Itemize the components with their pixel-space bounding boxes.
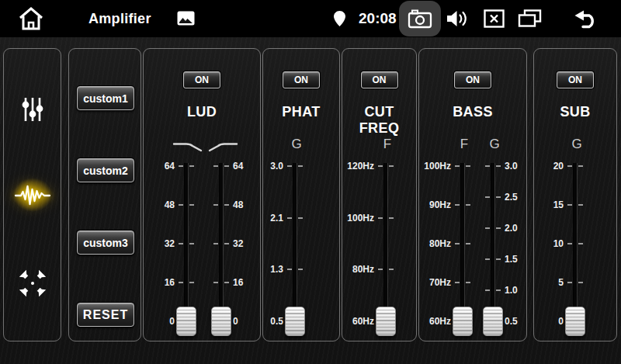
home-button[interactable] xyxy=(17,6,45,31)
bass-on-button[interactable]: ON xyxy=(454,71,491,88)
tick-dash xyxy=(485,165,490,167)
tick-dash xyxy=(389,217,394,219)
cut-freq-slider-knob[interactable] xyxy=(376,307,396,336)
channel-sub: ONSUBG20151050 xyxy=(533,48,617,341)
bass-slider-f-label: F xyxy=(460,137,468,152)
tick-dash xyxy=(224,243,229,244)
bass-slider-knob[interactable] xyxy=(453,307,473,336)
bass-scale-label: 100Hz xyxy=(411,161,451,172)
sub-scale-label: 20 xyxy=(523,161,564,172)
cut-freq-scale-label: 80Hz xyxy=(334,264,374,275)
lud-slider-track[interactable] xyxy=(220,163,223,324)
lud-slider-knob[interactable] xyxy=(211,307,231,336)
tick-dash xyxy=(578,243,583,244)
cut-freq-on-button[interactable]: ON xyxy=(361,71,398,88)
tick-dash xyxy=(213,165,218,167)
recent-apps-icon xyxy=(518,9,542,28)
bass-scale-label: 60Hz xyxy=(411,316,451,327)
preset-custom2-button[interactable]: custom2 xyxy=(77,158,134,182)
channel-phat: ONPHATG3.02.11.30.5 xyxy=(262,48,340,341)
bass-slider-knob[interactable] xyxy=(483,307,503,336)
wallpaper-button[interactable] xyxy=(177,11,195,26)
phat-slider-g-label: G xyxy=(291,137,301,152)
cut-freq-slider-track[interactable] xyxy=(384,163,387,324)
amplifier-content: custom1 custom2 custom3 RESET ONLUD64483… xyxy=(0,37,621,364)
volume-icon xyxy=(446,9,469,29)
sub-scale-label: 15 xyxy=(523,199,564,210)
tick-dash xyxy=(224,204,229,206)
gps-button[interactable] xyxy=(333,10,346,27)
sidebar-item-speaker-balance[interactable] xyxy=(4,268,61,299)
phat-on-button[interactable]: ON xyxy=(283,71,320,88)
status-bar: Amplifier 20:08 xyxy=(0,0,621,37)
close-app-button[interactable] xyxy=(484,9,505,28)
recent-apps-button[interactable] xyxy=(518,9,542,28)
lud-on-button[interactable]: ON xyxy=(183,71,220,88)
back-button[interactable] xyxy=(571,9,599,29)
camera-button[interactable] xyxy=(399,1,441,36)
phat-scale-label: 0.5 xyxy=(243,316,283,327)
tick-dash xyxy=(189,204,194,206)
lud-scale-label: 32 xyxy=(134,238,175,249)
tick-dash xyxy=(378,217,383,219)
close-box-icon xyxy=(484,9,505,28)
tick-dash xyxy=(213,204,218,206)
tick-dash xyxy=(578,282,583,283)
tick-dash xyxy=(485,196,490,198)
tick-dash xyxy=(224,165,229,167)
preset-custom3-button[interactable]: custom3 xyxy=(77,231,134,255)
image-icon xyxy=(177,11,195,26)
sub-on-button[interactable]: ON xyxy=(557,71,594,88)
tick-dash xyxy=(378,269,383,270)
cut-freq-scale-label: 120Hz xyxy=(334,161,374,172)
lud-title: LUD xyxy=(144,104,260,120)
sub-slider-track[interactable] xyxy=(574,163,577,324)
sub-scale-label: 5 xyxy=(523,277,564,288)
tick-dash xyxy=(455,282,460,283)
tick-dash xyxy=(496,289,501,291)
tick-dash xyxy=(179,165,183,167)
sidebar-item-sound-effects[interactable] xyxy=(4,178,61,212)
phat-title: PHAT xyxy=(263,104,339,120)
sub-slider-knob[interactable] xyxy=(565,307,585,336)
bass-slider-track[interactable] xyxy=(491,163,494,324)
tick-dash xyxy=(455,165,460,167)
bass-scale-label: 90Hz xyxy=(411,199,451,210)
preset-custom1-button[interactable]: custom1 xyxy=(77,86,134,110)
page-title: Amplifier xyxy=(88,0,151,37)
tick-dash xyxy=(485,289,490,291)
tick-dash xyxy=(298,269,303,270)
lud-scale-label: 0 xyxy=(134,316,175,327)
reset-button[interactable]: RESET xyxy=(77,303,134,327)
tick-dash xyxy=(567,204,572,206)
phat-slider-knob[interactable] xyxy=(285,307,305,336)
lud-slider-track[interactable] xyxy=(185,163,188,324)
tick-dash xyxy=(389,269,394,270)
tick-dash xyxy=(496,165,501,167)
bass-title: BASS xyxy=(419,104,526,120)
tick-dash xyxy=(578,165,583,167)
tick-dash xyxy=(496,227,501,229)
tick-dash xyxy=(213,282,218,283)
tick-dash xyxy=(455,243,460,244)
tick-dash xyxy=(466,282,470,283)
bass-slider-track[interactable] xyxy=(461,163,464,324)
sidebar-item-equalizer[interactable] xyxy=(4,94,61,125)
tick-dash xyxy=(179,282,183,283)
treble-curve-up-icon xyxy=(206,140,240,156)
presets-panel: custom1 custom2 custom3 RESET xyxy=(68,48,141,341)
channel-lud: ONLUD644832160644832160 xyxy=(143,48,261,341)
tick-dash xyxy=(287,217,292,219)
tick-dash xyxy=(213,243,218,244)
lud-slider-knob[interactable] xyxy=(176,307,196,336)
channel-cut-freq: ONCUT FREQF120Hz100Hz80Hz60Hz xyxy=(342,48,417,341)
tick-dash xyxy=(287,165,292,167)
tick-dash xyxy=(496,258,501,260)
tick-dash xyxy=(389,165,394,167)
clock[interactable]: 20:08 xyxy=(359,0,397,37)
bass-scale-label: 70Hz xyxy=(411,277,451,288)
phat-slider-track[interactable] xyxy=(293,163,297,324)
volume-button[interactable] xyxy=(446,9,469,29)
phat-scale-label: 3.0 xyxy=(243,161,283,172)
tick-dash xyxy=(578,204,583,206)
